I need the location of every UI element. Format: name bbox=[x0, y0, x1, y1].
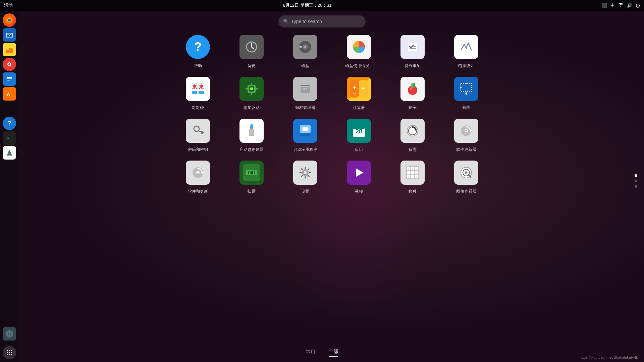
svg-point-37 bbox=[304, 46, 306, 48]
app-item-sudoku[interactable]: 7 1 2 6 4 2 6 4 数独 bbox=[386, 159, 439, 194]
app-item-video[interactable]: 视频 bbox=[332, 159, 386, 194]
app-item-help[interactable]: ? 帮助 bbox=[171, 34, 225, 69]
app-item-startup[interactable]: 启动应用程序 bbox=[278, 117, 332, 153]
sidebar-item-writer[interactable] bbox=[3, 72, 16, 86]
svg-rect-62 bbox=[301, 85, 310, 86]
svg-rect-96 bbox=[303, 127, 308, 131]
app-item-imageview[interactable]: 图像查看器 bbox=[439, 159, 493, 194]
topbar-datetime: 8月12日 星期三，20：31 bbox=[283, 2, 331, 8]
app-item-usbcreator[interactable]: 启动盘创建器 bbox=[225, 117, 278, 153]
page-dot-1[interactable] bbox=[635, 174, 637, 177]
monitor-icon[interactable]: ⬛ bbox=[602, 3, 607, 8]
sidebar-item-all-apps[interactable] bbox=[3, 346, 16, 359]
page-dot-2[interactable] bbox=[635, 180, 637, 182]
svg-text:東: 東 bbox=[199, 84, 204, 89]
svg-point-21 bbox=[9, 333, 10, 335]
svg-rect-76 bbox=[458, 80, 475, 98]
app-item-keyring[interactable]: 密码和密钥 bbox=[171, 117, 225, 153]
app-item-calendar[interactable]: 28 日历 bbox=[332, 117, 386, 153]
svg-point-139 bbox=[465, 171, 468, 174]
sidebar-item-terminal[interactable]: $_ bbox=[3, 131, 16, 145]
footer-link: https://blog.csdn.net/ShakalakaPHD bbox=[580, 355, 639, 359]
app-item-power[interactable]: 电源统计 bbox=[439, 34, 493, 69]
tab-all[interactable]: 全部 bbox=[329, 349, 338, 357]
svg-text:4: 4 bbox=[416, 176, 418, 179]
svg-point-28 bbox=[7, 354, 8, 355]
power-icon[interactable]: ⏻ bbox=[636, 3, 640, 8]
app-item-archive[interactable]: 归档管理器 bbox=[278, 75, 332, 111]
svg-rect-57 bbox=[246, 88, 248, 89]
app-item-backup[interactable]: 备份 bbox=[225, 34, 278, 69]
svg-rect-86 bbox=[201, 132, 203, 134]
keyboard-icon[interactable]: 中 bbox=[610, 2, 615, 8]
sidebar-item-email[interactable] bbox=[3, 28, 16, 42]
svg-text:7: 7 bbox=[408, 168, 410, 171]
svg-rect-89 bbox=[249, 129, 254, 136]
search-input[interactable] bbox=[278, 15, 366, 27]
svg-text:+: + bbox=[353, 85, 356, 90]
app-item-tomato[interactable]: 茄子 bbox=[386, 75, 439, 111]
svg-text:6: 6 bbox=[412, 176, 414, 179]
svg-point-2 bbox=[8, 19, 11, 21]
svg-point-22 bbox=[7, 350, 8, 351]
app-item-todo[interactable]: 待办事项 bbox=[386, 34, 439, 69]
svg-point-108 bbox=[466, 130, 467, 131]
sidebar-item-firefox[interactable] bbox=[3, 13, 16, 27]
pagination-dots bbox=[635, 174, 637, 188]
page-dot-3[interactable] bbox=[635, 185, 637, 188]
app-row-1: ? 帮助 备份 bbox=[27, 34, 637, 69]
svg-rect-60 bbox=[251, 93, 252, 95]
svg-rect-56 bbox=[250, 87, 253, 90]
sidebar-item-files[interactable] bbox=[3, 43, 16, 56]
svg-point-30 bbox=[11, 354, 12, 355]
app-item-swupdate[interactable]: A 软件和更新 bbox=[171, 159, 225, 194]
app-item-update[interactable]: 软件更新器 bbox=[439, 117, 493, 153]
svg-text:2: 2 bbox=[416, 168, 418, 171]
svg-text:6: 6 bbox=[408, 172, 410, 175]
search-container: 🔍 bbox=[278, 15, 366, 27]
svg-rect-43 bbox=[413, 46, 416, 47]
sidebar-item-rhythmbox[interactable] bbox=[3, 58, 16, 71]
app-item-screenshot[interactable]: 截图 bbox=[439, 75, 493, 111]
app-item-diskusage[interactable]: 磁盘使用情况... bbox=[332, 34, 386, 69]
app-item-driver[interactable]: 附加驱动 bbox=[225, 75, 278, 111]
svg-point-75 bbox=[410, 88, 412, 90]
svg-rect-42 bbox=[408, 43, 417, 51]
svg-rect-14 bbox=[7, 80, 10, 80]
svg-rect-59 bbox=[251, 83, 252, 85]
topbar-system-tray: ⬛ 中 🔊 ⏻ bbox=[602, 2, 640, 9]
svg-point-24 bbox=[11, 350, 12, 351]
sidebar-spacer bbox=[3, 102, 16, 115]
svg-point-33 bbox=[251, 41, 253, 43]
app-row-4: A 软件和更新 扫雷 bbox=[27, 159, 637, 194]
svg-rect-87 bbox=[203, 132, 204, 133]
svg-text:$_: $_ bbox=[7, 136, 11, 140]
app-item-calc[interactable]: + − = 计算器 bbox=[332, 75, 386, 111]
sidebar: A ? $_ bbox=[0, 11, 19, 362]
app-item-mahjong[interactable]: 東 東 对对碰 bbox=[171, 75, 225, 111]
sidebar-item-inkscape[interactable] bbox=[3, 146, 16, 160]
app-item-scan[interactable]: 扫雷 bbox=[225, 159, 278, 194]
svg-text:−: − bbox=[353, 90, 356, 96]
volume-icon[interactable]: 🔊 bbox=[627, 3, 632, 8]
sidebar-item-dvd[interactable] bbox=[3, 327, 16, 341]
network-icon[interactable] bbox=[618, 2, 624, 9]
app-item-disk[interactable]: 磁盘 bbox=[278, 34, 332, 69]
svg-rect-51 bbox=[192, 91, 197, 94]
svg-rect-12 bbox=[7, 77, 12, 78]
svg-text:4: 4 bbox=[416, 172, 418, 175]
tab-common[interactable]: 常用 bbox=[306, 349, 315, 356]
svg-rect-52 bbox=[199, 91, 204, 94]
app-item-log[interactable]: 日志 bbox=[386, 117, 439, 153]
sidebar-item-help[interactable]: ? bbox=[3, 117, 16, 130]
app-grid: ? 帮助 备份 bbox=[27, 34, 637, 335]
svg-text:A: A bbox=[7, 92, 10, 97]
topbar-activities[interactable]: 活动 bbox=[4, 2, 13, 8]
svg-text:A: A bbox=[197, 172, 199, 174]
svg-rect-13 bbox=[7, 78, 12, 79]
svg-text:28: 28 bbox=[356, 128, 362, 135]
sidebar-item-appstore[interactable]: A bbox=[3, 87, 16, 101]
svg-point-29 bbox=[9, 354, 10, 355]
svg-point-118 bbox=[304, 171, 307, 174]
app-item-settings[interactable]: 设置 bbox=[278, 159, 332, 194]
